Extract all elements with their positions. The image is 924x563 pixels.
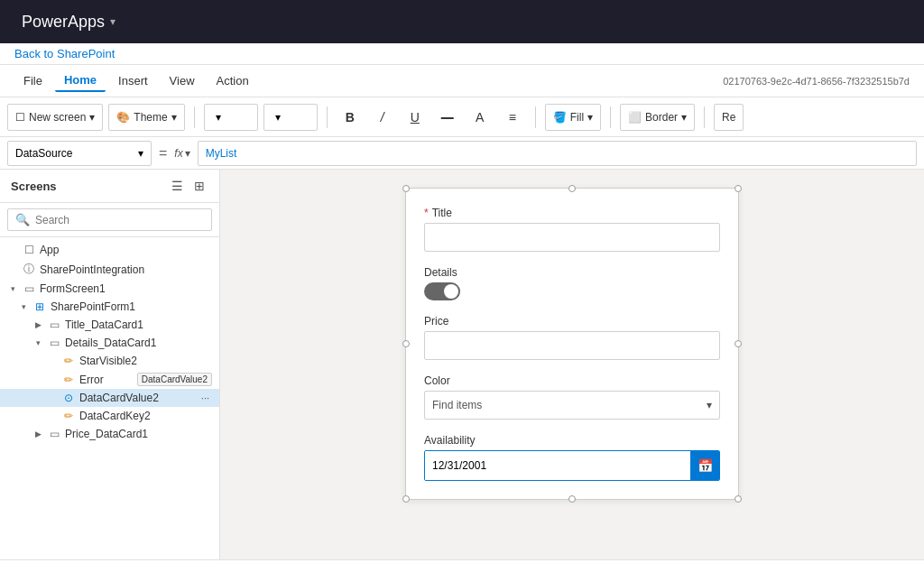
font-color-button[interactable]: A (467, 104, 494, 131)
handle-right[interactable] (735, 340, 742, 347)
sidebar-list-icon[interactable]: ☰ (168, 177, 187, 195)
datacardvalue2-icon: ⊙ (61, 392, 76, 404)
tree-label-details-dc: Details_DataCard1 (65, 337, 212, 349)
tree-item-formscreen1[interactable]: ▾ ▭ FormScreen1 (0, 280, 219, 298)
color-placeholder: Find items (432, 399, 482, 411)
toolbar-separator-1 (194, 106, 195, 128)
tree: ☐ App ⓘ SharePointIntegration ▾ ▭ FormSc… (0, 237, 219, 559)
formula-value: MyList (206, 147, 237, 160)
formula-input[interactable]: MyList (198, 141, 917, 166)
sidebar-grid-icon[interactable]: ⊞ (190, 177, 208, 195)
sidebar-header-icons: ☰ ⊞ (168, 177, 208, 195)
equals-sign: = (159, 145, 167, 162)
tree-item-title-datacard1[interactable]: ▶ ▭ Title_DataCard1 (0, 316, 219, 334)
menu-view[interactable]: View (161, 70, 204, 91)
title-input[interactable] (424, 223, 720, 252)
details-label: Details (424, 266, 720, 279)
menu-action[interactable]: Action (208, 70, 258, 91)
new-screen-label: New screen (29, 111, 86, 124)
tree-item-details-datacard1[interactable]: ▾ ▭ Details_DataCard1 (0, 334, 219, 352)
new-screen-icon: ☐ (15, 111, 25, 124)
strikethrough-button[interactable]: — (434, 104, 461, 131)
underline-button[interactable]: U (402, 104, 429, 131)
menu-insert[interactable]: Insert (109, 70, 157, 91)
price-input[interactable] (424, 331, 720, 360)
color-dropdown[interactable]: Find items ▾ (424, 391, 720, 420)
menubar: File Home Insert View Action 02170763-9e… (0, 65, 924, 97)
border-label: Border (645, 111, 678, 124)
handle-top[interactable] (568, 185, 576, 192)
handle-bottom[interactable] (568, 495, 576, 503)
tree-item-starvisible2[interactable]: ✏ StarVisible2 (0, 352, 219, 370)
details-toggle[interactable] (424, 282, 460, 300)
calendar-icon-btn[interactable]: 📅 (690, 451, 719, 480)
guid-text: 02170763-9e2c-4d71-8656-7f3232515b7d (723, 76, 910, 87)
redo-button[interactable]: Re (714, 104, 744, 131)
handle-tl[interactable] (402, 185, 410, 192)
tree-item-sharepoint-integration[interactable]: ⓘ SharePointIntegration (0, 259, 219, 280)
tree-actions-dcv2: ··· (199, 392, 212, 404)
back-link-bar: Back to SharePoint (0, 43, 924, 65)
tree-action-more[interactable]: ··· (199, 392, 212, 404)
price-label: Price (424, 315, 720, 328)
fill-icon: 🪣 (553, 111, 567, 124)
handle-bl[interactable] (402, 495, 410, 503)
search-input-wrap: 🔍 (7, 208, 212, 231)
theme-button[interactable]: 🎨 Theme ▾ (108, 104, 184, 131)
menu-file[interactable]: File (14, 70, 51, 91)
color-label-text: Color (424, 374, 450, 387)
formscreen-icon: ▭ (22, 282, 36, 295)
bold-button[interactable]: B (337, 104, 364, 131)
errormessage-icon: ✏ (61, 374, 76, 386)
details-label-text: Details (424, 266, 457, 279)
handle-left[interactable] (402, 340, 410, 347)
border-button[interactable]: ⬜ Border ▾ (620, 104, 695, 131)
back-to-sharepoint-link[interactable]: Back to SharePoint (14, 47, 115, 60)
tree-item-datacardkey2[interactable]: ✏ DataCardKey2 (0, 407, 219, 425)
handle-br[interactable] (735, 495, 742, 503)
tree-label-formscreen: FormScreen1 (40, 282, 212, 295)
tree-item-price-datacard1[interactable]: ▶ ▭ Price_DataCard1 (0, 425, 219, 443)
formula-bar: DataSource ▾ = fx ▾ MyList (0, 137, 924, 170)
details-toggle-wrap (424, 282, 720, 300)
property-selector[interactable]: DataSource ▾ (7, 141, 152, 166)
toolbar: ☐ New screen ▾ 🎨 Theme ▾ ▾ ▾ B / U — A ≡… (0, 97, 924, 137)
tree-label-price-dc: Price_DataCard1 (65, 428, 212, 440)
form-icon: ⊞ (32, 300, 47, 313)
menu-home[interactable]: Home (55, 69, 106, 92)
main-area: Screens ☰ ⊞ 🔍 ☐ App ⓘ SharePointI (0, 170, 924, 559)
chevron-icon-form1: ▾ (18, 302, 29, 311)
starvisible-icon: ✏ (61, 355, 76, 367)
tree-label-dcv2: DataCardValue2 (79, 392, 195, 404)
tree-item-app[interactable]: ☐ App (0, 241, 219, 259)
topbar: PowerApps ▾ (0, 0, 924, 43)
date-input-wrap: 📅 (424, 450, 720, 481)
tree-item-sharepointform1[interactable]: ▾ ⊞ SharePointForm1 (0, 298, 219, 316)
color-label: Color (424, 374, 720, 387)
toolbar-separator-4 (610, 106, 611, 128)
new-screen-button[interactable]: ☐ New screen ▾ (7, 104, 103, 131)
handle-tr[interactable] (735, 185, 742, 192)
search-input[interactable] (35, 214, 204, 226)
align-button[interactable]: ≡ (499, 104, 526, 131)
color-field: Color Find items ▾ (424, 374, 720, 420)
app-chevron-icon[interactable]: ▾ (110, 15, 116, 28)
property-chevron-icon: ▾ (138, 147, 143, 160)
italic-button[interactable]: / (369, 104, 396, 131)
border-icon: ⬜ (628, 111, 642, 124)
tree-label-title-dc: Title_DataCard1 (65, 318, 212, 331)
fill-chevron-icon: ▾ (587, 111, 593, 124)
toolbar-separator-5 (704, 106, 705, 128)
font-size-dropdown[interactable]: ▾ (263, 104, 318, 131)
tree-item-datacardvalue2[interactable]: ⊙ DataCardValue2 ··· (0, 389, 219, 407)
availability-input[interactable] (425, 451, 690, 480)
font-family-dropdown[interactable]: ▾ (204, 104, 258, 131)
price-field: Price (424, 315, 720, 360)
datacardkey2-icon: ✏ (61, 410, 76, 422)
chevron-icon-details-dc: ▾ (32, 338, 43, 347)
fill-button[interactable]: 🪣 Fill ▾ (545, 104, 601, 131)
chevron-icon-formscreen: ▾ (7, 284, 18, 293)
fx-button[interactable]: fx ▾ (174, 147, 189, 160)
app-icon: ☐ (22, 244, 36, 256)
tree-item-errormessage[interactable]: ✏ Error DataCardValue2 (0, 370, 219, 389)
